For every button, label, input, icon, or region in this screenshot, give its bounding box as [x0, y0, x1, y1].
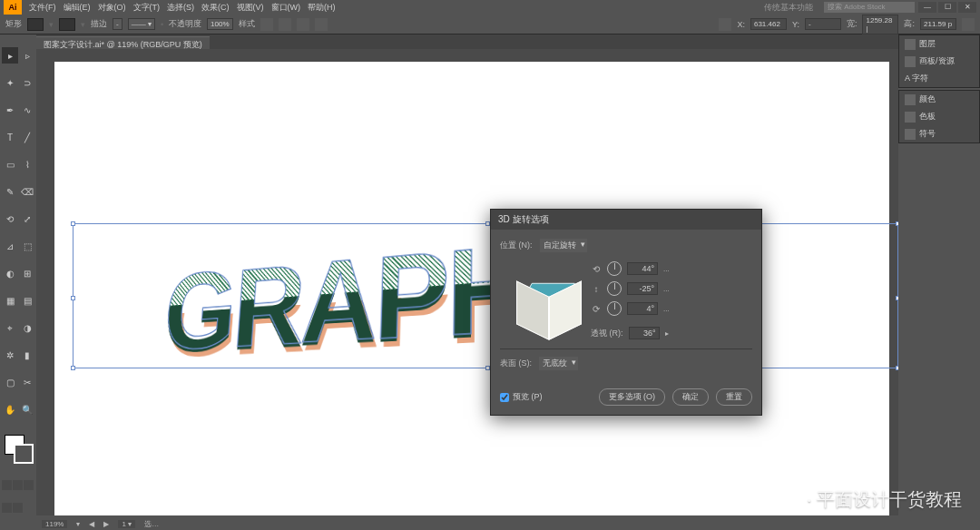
resize-handle-sw[interactable] — [71, 366, 75, 370]
z-angle-dial[interactable] — [607, 301, 622, 316]
artboard-tool[interactable]: ▢ — [2, 375, 18, 391]
scale-tool[interactable]: ⤢ — [19, 211, 35, 227]
panel-symbols[interactable]: 符号 — [899, 125, 979, 142]
y-axis-icon: ↕ — [591, 284, 602, 294]
preview-checkbox[interactable]: 预览 (P) — [500, 391, 543, 403]
transform-y[interactable]: - — [805, 18, 841, 30]
rotate-tool[interactable]: ⟲ — [2, 211, 18, 227]
pref-icon[interactable] — [962, 18, 975, 31]
panel-character[interactable]: A 字符 — [899, 70, 979, 87]
panel-artboards[interactable]: 画板/资源 — [899, 53, 979, 70]
curvature-tool[interactable]: ∿ — [19, 102, 35, 118]
x-angle-input[interactable]: 44° — [627, 262, 658, 275]
surface-select[interactable]: 无底纹 — [539, 357, 578, 370]
menu-object[interactable]: 对象(O) — [98, 2, 126, 14]
y-angle-dial[interactable] — [607, 281, 622, 296]
fill-stroke-indicator[interactable] — [2, 435, 35, 467]
artboard-nav[interactable]: 1 ▾ — [118, 520, 135, 528]
eyedropper-tool[interactable]: ⌖ — [2, 320, 18, 337]
draw-mode[interactable] — [2, 503, 12, 513]
active-tab[interactable]: 图案文字设计.ai* @ 119% (RGB/GPU 预览) — [36, 36, 210, 49]
close-button[interactable]: ✕ — [958, 2, 976, 13]
panel-swatches[interactable]: 色板 — [899, 108, 979, 125]
reset-button[interactable]: 重置 — [716, 388, 752, 406]
rectangle-tool[interactable]: ▭ — [2, 156, 18, 172]
ok-button[interactable]: 确定 — [672, 388, 709, 406]
main-menu: 文件(F) 编辑(E) 对象(O) 文字(T) 选择(S) 效果(C) 视图(V… — [29, 2, 336, 14]
panel-color[interactable]: 颜色 — [899, 91, 979, 108]
perspective-grid-tool[interactable]: ⊞ — [19, 265, 35, 281]
3d-rotate-dialog[interactable]: 3D 旋转选项 位置 (N): 自定旋转 ⟲ 44° ... ↕ — [490, 209, 762, 416]
shape-builder-tool[interactable]: ◐ — [2, 265, 18, 281]
direct-selection-tool[interactable]: ▹ — [19, 47, 35, 64]
shaper-tool[interactable]: ✎ — [2, 183, 18, 200]
screen-mode[interactable] — [13, 503, 23, 513]
cube-preview[interactable] — [511, 265, 583, 338]
transform-icon[interactable] — [719, 18, 731, 31]
stroke-indicator[interactable] — [14, 444, 34, 464]
line-tool[interactable]: ╱ — [19, 129, 35, 145]
blend-tool[interactable]: ◑ — [19, 320, 35, 337]
panel-layers[interactable]: 图层 — [899, 35, 979, 53]
perspective-input[interactable]: 36° — [629, 327, 660, 339]
stock-search[interactable]: 搜索 Adobe Stock — [824, 2, 915, 13]
free-transform-tool[interactable]: ⬚ — [19, 238, 35, 254]
eraser-tool[interactable]: ⌫ — [19, 183, 35, 200]
menu-help[interactable]: 帮助(H) — [308, 2, 336, 14]
stroke-weight[interactable]: - — [113, 18, 122, 30]
selection-tool[interactable]: ▸ — [2, 47, 18, 64]
canvas[interactable]: GRAPHIC GRAPHIC GRAPHIC GRAPHIC — [36, 49, 898, 515]
lasso-tool[interactable]: ⊃ — [19, 74, 35, 91]
menu-edit[interactable]: 编辑(E) — [64, 2, 91, 14]
width-tool[interactable]: ⊿ — [2, 238, 18, 254]
zoom-level[interactable]: 119% — [42, 520, 67, 528]
menu-view[interactable]: 视图(V) — [237, 2, 264, 14]
pen-tool[interactable]: ✒ — [2, 102, 18, 118]
column-graph-tool[interactable]: ▮ — [19, 348, 35, 364]
x-angle-dial[interactable] — [607, 261, 622, 276]
mesh-tool[interactable]: ▦ — [2, 293, 18, 309]
workspace-label[interactable]: 传统基本功能 — [764, 2, 813, 14]
resize-handle-nw[interactable] — [71, 221, 75, 226]
y-angle-input[interactable]: -25° — [627, 282, 658, 295]
menu-window[interactable]: 窗口(W) — [271, 2, 301, 14]
align-icon[interactable] — [279, 18, 291, 31]
maximize-button[interactable]: ☐ — [938, 2, 956, 13]
color-mode-gradient[interactable] — [13, 480, 23, 490]
status-bar: 119% ▾ ◀ ▶ 1 ▾ 选… — [36, 517, 898, 530]
color-icon — [905, 94, 916, 105]
magic-wand-tool[interactable]: ✦ — [2, 74, 18, 91]
position-select[interactable]: 自定旋转 — [540, 239, 587, 252]
menu-type[interactable]: 文字(T) — [133, 2, 161, 14]
align-icon-2[interactable] — [297, 18, 309, 31]
style-swatch[interactable] — [260, 18, 273, 31]
stroke-label: 描边 — [91, 18, 107, 30]
transform-x[interactable]: 631.462 — [750, 18, 787, 30]
menu-select[interactable]: 选择(S) — [167, 2, 194, 14]
transform-h[interactable]: 211.59 p — [920, 18, 956, 30]
more-options-button[interactable]: 更多选项 (O) — [599, 388, 666, 406]
gradient-tool[interactable]: ▤ — [19, 293, 35, 309]
transform-w[interactable]: 1259.28 | — [862, 15, 898, 34]
menu-file[interactable]: 文件(F) — [29, 2, 56, 14]
opacity-value[interactable]: 100% — [207, 18, 232, 30]
type-tool[interactable]: T — [2, 129, 18, 145]
z-angle-input[interactable]: 4° — [627, 302, 658, 315]
resize-handle-w[interactable] — [71, 296, 75, 300]
slice-tool[interactable]: ✂ — [19, 375, 35, 391]
zoom-tool[interactable]: 🔍 — [19, 402, 35, 418]
hand-tool[interactable]: ✋ — [2, 402, 18, 418]
toolbox: ▸ ▹ ✦ ⊃ ✒ ∿ T ╱ ▭ ⌇ ✎ ⌫ ⟲ ⤢ ⊿ ⬚ ◐ ⊞ ▦ ▤ … — [0, 34, 36, 525]
menu-effect[interactable]: 效果(C) — [201, 2, 230, 14]
menu-bar: Ai 文件(F) 编辑(E) 对象(O) 文字(T) 选择(S) 效果(C) 视… — [0, 0, 980, 15]
fill-swatch[interactable] — [27, 18, 44, 31]
shape-mode-icon[interactable] — [315, 18, 328, 31]
color-mode-normal[interactable] — [2, 480, 12, 490]
minimize-button[interactable]: — — [918, 2, 936, 13]
paintbrush-tool[interactable]: ⌇ — [19, 156, 35, 172]
stroke-profile[interactable]: —— ▾ — [128, 18, 155, 30]
stroke-swatch[interactable] — [59, 18, 75, 31]
color-mode-row — [2, 480, 35, 500]
color-mode-none[interactable] — [24, 480, 34, 490]
symbol-sprayer-tool[interactable]: ✲ — [2, 348, 18, 364]
